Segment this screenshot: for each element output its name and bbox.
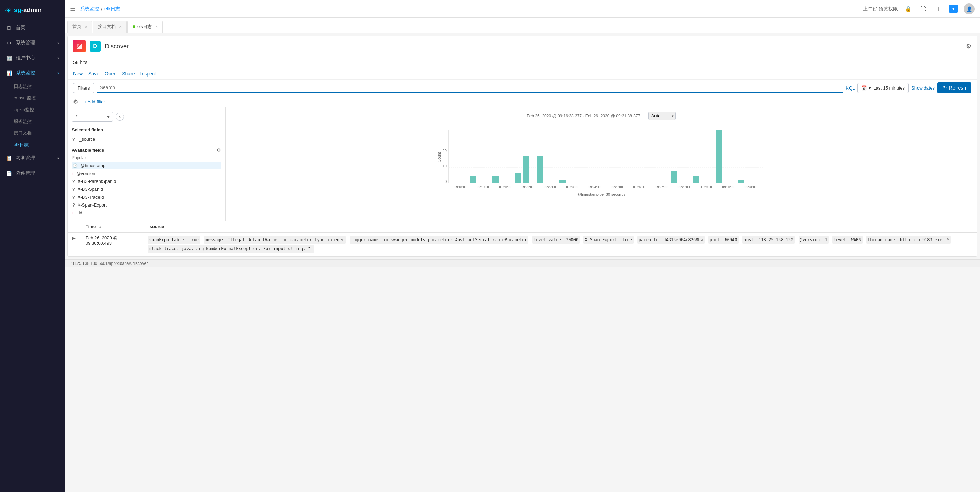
- add-filter-row: ⚙ + Add filter: [68, 97, 977, 107]
- topbar: ☰ 系统监控 / elk日志 上午好,预览权限 🔒 ⛶ T ▾ 👤: [65, 0, 980, 18]
- field-span-id[interactable]: ? X-B3-SpanId: [72, 185, 221, 193]
- sidebar-item-monitor-label: 系统监控: [16, 70, 54, 76]
- sidebar-item-tenant[interactable]: 🏢 租户中心 ▾: [0, 51, 65, 65]
- kibana-settings-icon[interactable]: ⚙: [966, 43, 971, 50]
- sidebar-item-system-mgmt[interactable]: ⚙ 系统管理 ▾: [0, 35, 65, 51]
- tab-api-docs[interactable]: 接口文档 ×: [93, 21, 126, 33]
- tab-api-docs-close[interactable]: ×: [119, 25, 121, 29]
- refresh-button[interactable]: ↻ Refresh: [937, 83, 971, 93]
- gear-icon-button[interactable]: ⚙: [73, 98, 78, 105]
- lock-icon[interactable]: 🔒: [904, 4, 913, 14]
- svg-text:0: 0: [445, 179, 447, 184]
- sidebar-item-exam[interactable]: 📋 考务管理 ▾: [0, 151, 65, 166]
- kibana-panel: D Discover ⚙ 58 hits New Save Open Share…: [67, 36, 977, 257]
- interval-select[interactable]: Auto 30s 1m 5m: [648, 111, 676, 120]
- save-link[interactable]: Save: [88, 71, 99, 76]
- menu-icon[interactable]: ☰: [70, 5, 76, 13]
- breadcrumb-current: elk日志: [104, 6, 120, 12]
- font-size-icon[interactable]: T: [934, 4, 943, 14]
- field-trace-id[interactable]: ? X-B3-TraceId: [72, 193, 221, 201]
- bar-10: [738, 181, 744, 183]
- clock-icon: 🕐: [72, 163, 78, 168]
- sidebar-sub-consul-monitor[interactable]: consul监控: [0, 92, 65, 104]
- filter-separator: [81, 99, 81, 105]
- breadcrumb-sep: /: [101, 6, 102, 12]
- field-timestamp[interactable]: 🕐 @timestamp: [72, 162, 221, 170]
- time-picker[interactable]: 📅 ▾ Last 15 minutes: [858, 83, 908, 93]
- kql-badge[interactable]: KQL: [846, 86, 855, 90]
- field-type-question: ?: [72, 137, 76, 142]
- results-table: Time ▲ _source ▶ Feb 26, 2020: [68, 221, 977, 256]
- expand-button[interactable]: ▶: [72, 235, 76, 241]
- field-type-t2: t: [72, 211, 73, 216]
- field-source-name: _source: [79, 136, 95, 142]
- index-select-wrapper: *: [72, 111, 113, 122]
- new-link[interactable]: New: [73, 71, 83, 76]
- source-cell: spanExportable: true message: Illegal De…: [143, 232, 977, 256]
- dropdown-button[interactable]: ▾: [949, 5, 958, 13]
- tab-elk-close[interactable]: ×: [156, 25, 158, 29]
- add-filter-link[interactable]: + Add filter: [84, 99, 105, 104]
- collapse-button[interactable]: ‹: [116, 113, 124, 121]
- kibana-title: Discover: [105, 43, 962, 50]
- kibana-app-logo: [73, 40, 86, 52]
- chevron-down-icon: ▾: [57, 71, 59, 75]
- home-icon: ⊞: [5, 24, 12, 31]
- expand-col-header: [68, 221, 81, 232]
- available-fields-settings-icon[interactable]: ⚙: [217, 147, 221, 153]
- bar-7: [671, 171, 677, 183]
- avatar[interactable]: 👤: [964, 3, 975, 14]
- logo-text: sg-admin: [14, 6, 41, 14]
- sidebar-item-exam-label: 考务管理: [16, 155, 54, 161]
- sidebar-item-attachment[interactable]: 📄 附件管理: [0, 166, 65, 181]
- tab-home[interactable]: 首页 ×: [67, 21, 92, 33]
- search-input[interactable]: [97, 83, 843, 93]
- bar-5: [537, 156, 543, 183]
- sidebar-sub-service-monitor[interactable]: 服务监控: [0, 116, 65, 127]
- expand-cell: ▶: [68, 232, 81, 256]
- sidebar: ◈ sg-admin ⊞ 首页 ⚙ 系统管理 ▾ 🏢 租户中心 ▾ 📊 系统监控…: [0, 0, 65, 492]
- inspect-link[interactable]: Inspect: [140, 71, 156, 76]
- field-parent-span[interactable]: ? X-B3-ParentSpanId: [72, 178, 221, 185]
- selected-fields-title: Selected fields: [72, 127, 221, 132]
- sidebar-sub-zipkin-monitor[interactable]: zipkin监控: [0, 104, 65, 116]
- sidebar-sub-elk-log[interactable]: elk日志: [0, 139, 65, 151]
- sidebar-item-home[interactable]: ⊞ 首页: [0, 20, 65, 35]
- svg-text:10: 10: [442, 164, 447, 168]
- sidebar-sub-log-monitor[interactable]: 日志监控: [0, 81, 65, 92]
- time-range-text: Feb 26, 2020 @ 09:16:38.377 - Feb 26, 20…: [527, 114, 645, 118]
- sidebar-item-monitor[interactable]: 📊 系统监控 ▾: [0, 65, 65, 81]
- index-pattern-select[interactable]: *: [72, 111, 113, 122]
- svg-text:09:23:00: 09:23:00: [566, 185, 578, 189]
- time-col-header: Time ▲: [81, 221, 143, 232]
- svg-text:Count: Count: [437, 152, 441, 162]
- left-fields-panel: * ‹ Selected fields ? _source Available …: [68, 107, 226, 221]
- field-version[interactable]: t @version: [72, 170, 221, 178]
- svg-text:20: 20: [442, 149, 447, 153]
- available-fields-header: Available fields ⚙: [72, 147, 221, 153]
- bar-4: [523, 156, 529, 183]
- filters-button[interactable]: Filters: [73, 83, 94, 93]
- logo-icon: ◈: [5, 5, 11, 14]
- tab-home-close[interactable]: ×: [85, 25, 87, 29]
- open-link[interactable]: Open: [105, 71, 116, 76]
- popular-label: Popular: [72, 156, 221, 160]
- fullscreen-icon[interactable]: ⛶: [918, 4, 928, 14]
- hits-count: 58 hits: [73, 60, 87, 65]
- field-source[interactable]: ? _source: [72, 135, 221, 143]
- field-span-export[interactable]: ? X-Span-Export: [72, 201, 221, 209]
- svg-text:09:21:00: 09:21:00: [521, 185, 533, 189]
- time-picker-chevron: ▾: [869, 86, 871, 90]
- svg-text:09:20:00: 09:20:00: [499, 185, 511, 189]
- sidebar-sub-api-docs[interactable]: 接口文档: [0, 127, 65, 139]
- breadcrumb-parent: 系统监控: [80, 6, 99, 12]
- share-link[interactable]: Share: [122, 71, 135, 76]
- chart-section: * ‹ Selected fields ? _source Available …: [68, 107, 977, 221]
- greeting: 上午好,预览权限: [863, 6, 898, 12]
- field-id[interactable]: t _id: [72, 209, 221, 217]
- show-dates-link[interactable]: Show dates: [911, 86, 935, 90]
- source-content: spanExportable: true message: Illegal De…: [147, 235, 973, 253]
- field-span-export-name: X-Span-Export: [78, 202, 107, 208]
- auto-select-wrapper: Auto 30s 1m 5m: [648, 111, 676, 120]
- tab-elk-log[interactable]: elk日志 ×: [127, 21, 163, 33]
